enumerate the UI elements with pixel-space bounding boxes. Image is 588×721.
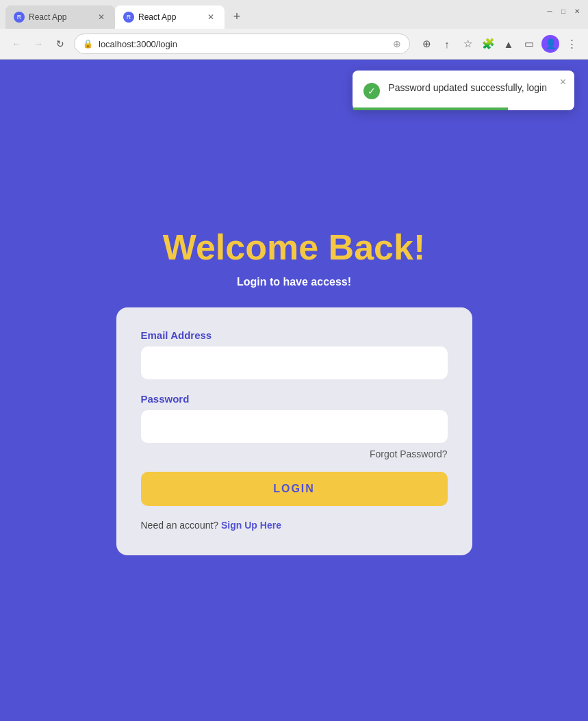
sidebar-icon[interactable]: ▭ (521, 36, 537, 52)
maximize-button[interactable]: □ (558, 5, 569, 16)
new-tab-button[interactable]: + (227, 7, 246, 26)
bookmark-icon[interactable]: ☆ (459, 36, 476, 52)
toolbar-icons: ⊕ ↑ ☆ 🧩 ▲ ▭ 👤 ⋮ (418, 35, 580, 53)
zoom-icon[interactable]: ⊕ (418, 36, 435, 52)
password-label: Password (141, 393, 448, 405)
toast-success-icon: ✓ (363, 83, 380, 99)
signup-prompt-text: Need an account? (141, 520, 219, 531)
tab-1-label: React App (29, 12, 92, 22)
page-content: ✓ Password updated successfully, login ×… (0, 60, 588, 721)
login-container: Welcome Back! Login to have access! Emai… (0, 227, 588, 555)
address-bar[interactable]: 🔒 localhost:3000/login ⊕ (74, 34, 410, 54)
back-button[interactable]: ← (8, 36, 25, 52)
flask-icon[interactable]: ▲ (500, 36, 517, 52)
menu-button[interactable]: ⋮ (563, 36, 580, 52)
login-subtitle: Login to have access! (237, 276, 351, 288)
url-display: localhost:3000/login (99, 39, 387, 49)
browser-tab-1[interactable]: R React App ✕ (5, 5, 115, 29)
toast-message: Password updated successfully, login (388, 81, 547, 95)
toast-progress-bar (353, 107, 508, 110)
email-input[interactable] (141, 346, 448, 379)
window-controls: ─ □ ✕ (544, 5, 583, 16)
reload-button[interactable]: ↻ (52, 36, 68, 52)
address-bar-row: ← → ↻ 🔒 localhost:3000/login ⊕ ⊕ ↑ ☆ 🧩 ▲… (0, 29, 588, 59)
minimize-button[interactable]: ─ (544, 5, 555, 16)
tab-2-close[interactable]: ✕ (205, 12, 216, 23)
extensions-icon[interactable]: 🧩 (480, 36, 496, 52)
login-form-card: Email Address Password Forgot Password? … (116, 307, 472, 555)
tab-1-favicon: R (14, 12, 25, 23)
tab-2-favicon: R (123, 12, 134, 23)
email-label: Email Address (141, 329, 448, 341)
tab-2-label: React App (138, 12, 201, 22)
toast-notification: ✓ Password updated successfully, login × (353, 71, 574, 110)
profile-button[interactable]: 👤 (541, 35, 559, 53)
welcome-title: Welcome Back! (163, 227, 425, 268)
forward-button[interactable]: → (30, 36, 47, 52)
share-icon[interactable]: ↑ (439, 36, 455, 52)
forgot-password-link[interactable]: Forgot Password? (141, 448, 448, 459)
close-button[interactable]: ✕ (572, 5, 583, 16)
browser-tab-2[interactable]: R React App ✕ (115, 5, 225, 29)
login-button[interactable]: LOGIN (141, 472, 448, 506)
tab-1-close[interactable]: ✕ (96, 12, 107, 23)
toast-close-button[interactable]: × (560, 76, 566, 88)
signup-row: Need an account? Sign Up Here (141, 520, 448, 531)
signup-link[interactable]: Sign Up Here (221, 520, 281, 531)
password-input[interactable] (141, 410, 448, 443)
